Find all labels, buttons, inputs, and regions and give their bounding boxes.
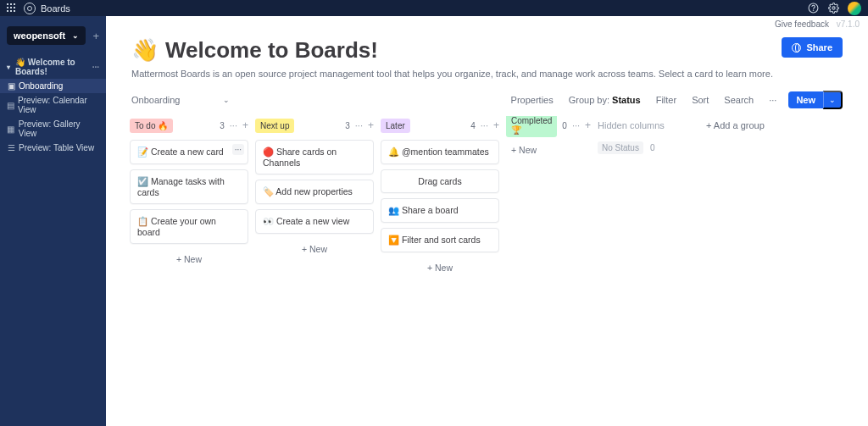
svg-point-2 xyxy=(832,7,834,9)
gallery-view-icon: ▦ xyxy=(7,124,15,134)
view-selector[interactable]: Onboarding ⌄ xyxy=(131,95,230,105)
column-label[interactable]: Later xyxy=(381,119,410,133)
sidebar-board-label: 👋 Welcome to Boards! xyxy=(15,58,89,76)
column-more-button[interactable]: ··· xyxy=(355,120,363,130)
kanban-board: To do 🔥 3 ··· + 📝 Create a new card··· ☑… xyxy=(106,116,868,278)
hidden-columns-header: Hidden columns xyxy=(598,116,699,135)
sidebar-view-calendar[interactable]: ▤ Preview: Calendar View xyxy=(0,93,106,117)
column-count: 3 xyxy=(220,121,225,130)
app-switcher-icon[interactable] xyxy=(7,3,17,14)
card[interactable]: 🔽 Filter and sort cards xyxy=(381,228,499,252)
share-label: Share xyxy=(806,42,832,53)
sidebar: weopensoft ⌄ + ▾ 👋 Welcome to Boards! ··… xyxy=(0,16,106,426)
filter-button[interactable]: Filter xyxy=(656,95,676,105)
hidden-columns: Hidden columns No Status 0 xyxy=(598,116,699,154)
sidebar-view-gallery[interactable]: ▦ Preview: Gallery View xyxy=(0,117,106,141)
chevron-down-icon: ⌄ xyxy=(72,31,79,40)
column-label[interactable]: Next up xyxy=(255,119,294,133)
hidden-nostatus-row[interactable]: No Status 0 xyxy=(598,141,699,154)
new-card-dropdown[interactable]: ⌄ xyxy=(823,91,843,109)
disclose-icon: ▾ xyxy=(7,64,10,71)
nostatus-pill: No Status xyxy=(598,141,643,154)
column-count: 0 xyxy=(562,121,567,130)
column-add-button[interactable]: + xyxy=(242,119,248,131)
card[interactable]: 👀 Create a new view xyxy=(255,209,374,234)
column-add-button[interactable]: + xyxy=(585,119,591,131)
card[interactable]: ☑️ Manage tasks with cards xyxy=(130,169,248,204)
globe-icon xyxy=(792,43,801,53)
column-nextup: Next up 3 ··· + 🔴 Share cards on Channel… xyxy=(255,116,374,259)
add-group-button[interactable]: + Add a group xyxy=(706,116,765,135)
group-by-button[interactable]: Group by: Status xyxy=(569,95,641,105)
sidebar-view-label: Preview: Table View xyxy=(19,143,94,152)
column-label[interactable]: To do 🔥 xyxy=(130,119,173,133)
new-card-button[interactable]: New xyxy=(788,91,823,108)
boards-logo-icon xyxy=(24,3,36,14)
column-add-button[interactable]: + xyxy=(368,119,374,131)
add-card-button[interactable]: + New xyxy=(381,257,499,278)
give-feedback-link[interactable]: Give feedback xyxy=(775,19,829,29)
add-card-button[interactable]: + New xyxy=(130,249,248,269)
table-view-icon: ☰ xyxy=(7,143,15,152)
column-more-button[interactable]: ··· xyxy=(481,120,488,130)
global-topbar: Boards xyxy=(0,0,868,16)
board-view-icon: ▣ xyxy=(7,81,15,91)
main-pane: Give feedback v7.1.0 👋 Welcome to Boards… xyxy=(106,16,868,426)
sidebar-view-onboarding[interactable]: ▣ Onboarding xyxy=(0,79,106,93)
sort-button[interactable]: Sort xyxy=(692,95,709,105)
card[interactable]: 🏷️ Add new properties xyxy=(255,180,374,204)
card[interactable]: 👥 Share a board xyxy=(381,198,499,223)
column-label[interactable]: Completed 🏆 xyxy=(506,116,557,137)
column-count: 4 xyxy=(470,121,476,130)
properties-button[interactable]: Properties xyxy=(511,95,554,105)
settings-icon[interactable] xyxy=(827,3,839,14)
column-more-button[interactable]: ··· xyxy=(572,120,580,130)
add-card-button[interactable]: + New xyxy=(255,239,374,259)
add-card-button[interactable]: + New xyxy=(506,140,591,160)
topbar-title: Boards xyxy=(41,3,70,14)
sidebar-view-label: Preview: Calendar View xyxy=(18,96,99,114)
workspace-name: weopensoft xyxy=(14,30,65,41)
column-completed: Completed 🏆 0 ··· + + New xyxy=(506,116,591,160)
add-board-button[interactable]: + xyxy=(92,30,99,42)
toolbar-more-button[interactable]: ··· xyxy=(769,95,776,105)
column-count: 3 xyxy=(345,121,350,130)
svg-point-1 xyxy=(813,10,814,11)
card[interactable]: 📋 Create your own board xyxy=(130,209,248,244)
user-avatar[interactable] xyxy=(848,2,861,15)
column-more-button[interactable]: ··· xyxy=(230,120,237,130)
page-title: 👋 Welcome to Boards! xyxy=(131,37,378,64)
sidebar-view-table[interactable]: ☰ Preview: Table View xyxy=(0,141,106,155)
card[interactable]: 📝 Create a new card··· xyxy=(130,140,248,164)
column-later: Later 4 ··· + 🔔 @mention teammates Drag … xyxy=(381,116,499,278)
sidebar-view-label: Onboarding xyxy=(19,81,63,91)
workspace-switcher[interactable]: weopensoft ⌄ xyxy=(7,26,86,45)
search-button[interactable]: Search xyxy=(724,95,754,105)
view-toolbar: Onboarding ⌄ Properties Group by: Status… xyxy=(106,91,868,116)
page-title-text[interactable]: Welcome to Boards! xyxy=(165,37,378,64)
column-add-button[interactable]: + xyxy=(493,119,499,131)
more-icon[interactable]: ··· xyxy=(92,63,99,72)
sidebar-board[interactable]: ▾ 👋 Welcome to Boards! ··· xyxy=(0,55,106,79)
column-todo: To do 🔥 3 ··· + 📝 Create a new card··· ☑… xyxy=(130,116,248,269)
share-button[interactable]: Share xyxy=(782,37,843,58)
card[interactable]: Drag cards xyxy=(381,169,499,193)
view-name: Onboarding xyxy=(131,95,181,105)
help-icon[interactable] xyxy=(807,3,819,14)
card[interactable]: 🔴 Share cards on Channels xyxy=(255,140,374,174)
card[interactable]: 🔔 @mention teammates xyxy=(381,140,499,164)
page-emoji[interactable]: 👋 xyxy=(131,37,159,64)
calendar-view-icon: ▤ xyxy=(7,101,14,110)
nostatus-count: 0 xyxy=(650,143,655,152)
card-more-icon[interactable]: ··· xyxy=(232,144,244,155)
chevron-down-icon: ⌄ xyxy=(223,96,230,104)
version-label: v7.1.0 xyxy=(837,19,860,29)
group-by-value: Status xyxy=(612,95,641,105)
sidebar-view-label: Preview: Gallery View xyxy=(19,119,99,138)
page-description[interactable]: Mattermost Boards is an open source proj… xyxy=(106,69,868,91)
